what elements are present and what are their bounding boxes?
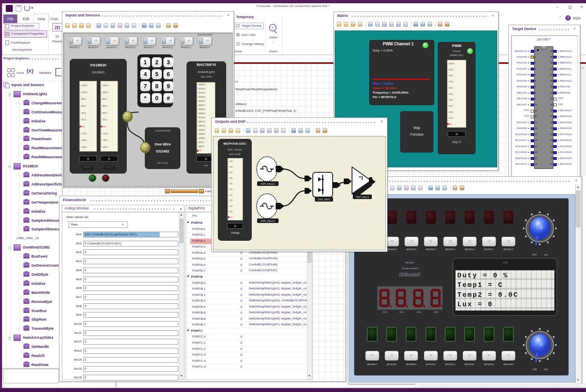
svg-text:*1: *1	[359, 175, 363, 180]
svg-text:1-Wire: 1-Wire	[125, 116, 130, 118]
svg-text:DSP_Wave1: DSP_Wave1	[261, 183, 275, 185]
svg-text:DSP_Wave2: DSP_Wave2	[261, 220, 275, 222]
svg-text:DSP_MIX1: DSP_MIX1	[318, 198, 330, 201]
svg-text:1-Wire: 1-Wire	[143, 147, 148, 149]
svg-text:DSP_Gain1: DSP_Gain1	[356, 196, 369, 198]
